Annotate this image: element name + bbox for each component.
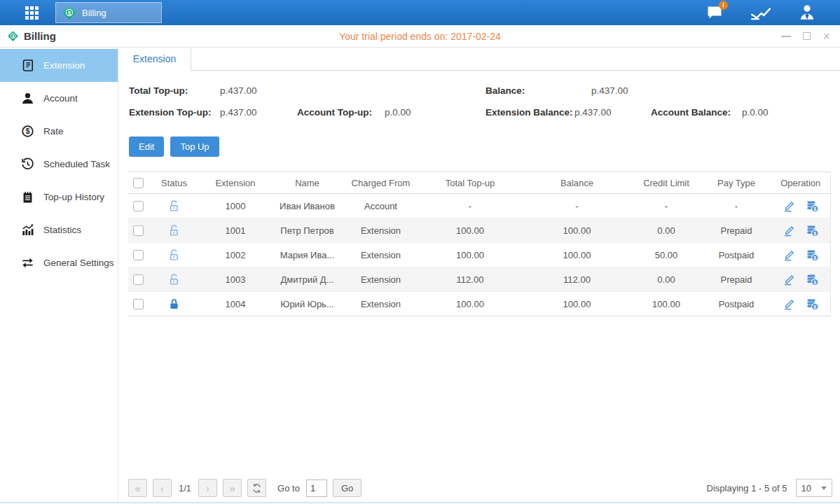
extension-cell: 1001 [200,218,270,243]
operation-cell: $ [771,194,830,218]
status-cell [148,267,200,292]
sidebar-item-label: General Settings [43,258,114,268]
charged-from-cell: Account [344,194,418,218]
table-row: 1002Мария Ива...Extension100.00100.0050.… [128,243,830,267]
sidebar-item-rate[interactable]: $Rate [0,115,118,148]
row-checkbox[interactable] [133,274,144,285]
refresh-icon [252,483,262,493]
charged-from-cell: Extension [344,267,418,292]
maximize-button[interactable] [803,31,811,42]
last-page-button[interactable]: » [223,479,242,497]
account-balance-value: р.0.00 [742,107,769,118]
sidebar-item-label: Extension [43,60,85,71]
column-header-status: Status [148,172,200,194]
balance-cell: 100.00 [523,243,631,267]
prev-page-button[interactable]: ‹ [153,479,172,497]
charged-from-cell: Extension [344,218,418,243]
topup-icon[interactable]: $ [806,224,819,237]
user-icon[interactable] [797,3,818,22]
topup-icon[interactable]: $ [806,248,819,262]
operation-cell: $ [771,243,830,267]
operation-cell: $ [771,267,830,292]
account-icon [21,92,34,105]
balance-cell: - [523,194,631,218]
extension-icon [21,59,34,72]
next-page-button[interactable]: › [198,479,217,497]
sidebar: ExtensionAccount$RateScheduled TaskTop-u… [0,48,118,502]
minimize-button[interactable] [781,31,791,42]
extension-topup-label: Extension Top-up: [129,107,212,118]
sidebar-item-extension[interactable]: Extension [0,49,118,82]
lock-open-icon [168,249,180,261]
sidebar-item-label: Rate [43,126,64,136]
total-topup-label: Total Top-up: [129,85,188,96]
first-page-button[interactable]: « [128,479,147,497]
edit-icon[interactable] [783,273,796,286]
chart-icon[interactable] [750,3,771,22]
refresh-button[interactable] [247,479,266,497]
lock-closed-icon [168,298,180,310]
edit-button[interactable]: Edit [129,136,164,157]
select-all-checkbox[interactable] [133,178,144,188]
balance-label: Balance: [486,85,525,96]
svg-text:$: $ [813,304,816,309]
window-titlebar: $ Billing Your trial period ends on: 201… [0,25,840,48]
extension-cell: 1003 [200,267,270,292]
sidebar-item-top-up-history[interactable]: Top-up History [0,181,118,214]
edit-icon[interactable] [783,298,796,311]
column-header-total-top-up: Total Top-up [418,172,523,194]
sidebar-item-scheduled-task[interactable]: Scheduled Task [0,148,118,181]
topup-icon[interactable]: $ [806,298,819,311]
pagination-bar: « ‹ 1/1 › » Go to Go Displaying 1 - 5 of… [128,479,832,497]
lock-open-icon [168,225,180,237]
edit-icon[interactable] [783,200,796,213]
extension-cell: 1004 [200,292,270,316]
svg-text:$: $ [813,230,816,236]
row-checkbox[interactable] [133,201,144,211]
edit-icon[interactable] [783,248,796,262]
row-checkbox[interactable] [133,225,144,236]
name-cell: Иван Иванов [270,194,344,218]
total-topup-cell: 112.00 [418,267,523,292]
svg-text:$: $ [813,255,816,260]
sidebar-item-account[interactable]: Account [0,82,118,115]
pay-type-cell: Postpaid [701,243,771,267]
lock-open-icon [168,200,180,212]
close-button[interactable]: × [822,31,830,42]
svg-text:$: $ [813,206,816,211]
operation-cell: $ [771,218,830,243]
balance-cell: 112.00 [523,267,631,292]
tab-bar: Extension [118,48,840,71]
column-header-operation: Operation [771,172,830,194]
general-settings-icon [21,256,34,270]
credit-limit-cell: 50.00 [631,243,701,267]
billing-window-icon: $ [7,30,19,42]
chevron-down-icon [821,486,827,490]
operation-cell: $ [771,292,830,316]
row-checkbox[interactable] [133,299,144,309]
topup-history-icon [21,190,34,204]
pay-type-cell: - [701,194,771,218]
column-header-extension: Extension [200,172,270,194]
page-size-value: 10 [801,483,811,493]
status-cell [148,194,200,218]
go-button[interactable]: Go [333,479,362,497]
row-checkbox[interactable] [133,250,144,260]
messages-icon[interactable]: ! [704,3,725,22]
topup-icon[interactable]: $ [806,273,819,286]
column-header-credit-limit: Credit Limit [631,172,701,194]
extension-cell: 1002 [200,243,270,267]
tab-extension[interactable]: Extension [118,48,191,71]
sidebar-item-statistics[interactable]: Statistics [0,214,118,246]
topup-icon[interactable]: $ [806,200,819,213]
taskbar-app-label: Billing [82,8,106,18]
taskbar-app-billing[interactable]: $ Billing [55,2,162,23]
top-up-button[interactable]: Top Up [170,136,219,157]
edit-icon[interactable] [783,224,796,237]
billing-summary: Total Top-up: р.437.00 Balance: р.437.00… [118,82,840,125]
goto-page-input[interactable] [306,479,327,497]
sidebar-item-general-settings[interactable]: General Settings [0,246,118,279]
sidebar-item-label: Top-up History [43,192,104,202]
page-size-select[interactable]: 10 [796,479,832,497]
apps-grid-icon[interactable] [25,6,39,20]
